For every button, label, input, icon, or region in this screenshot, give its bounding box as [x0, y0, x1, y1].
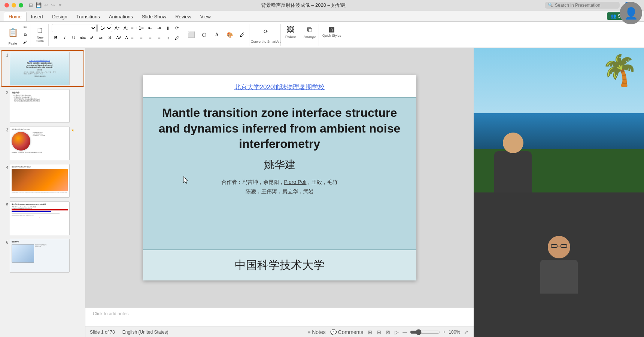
slide-canvas-wrapper[interactable]: 北京大学2020地球物理暑期学校 Mantle transition zone … — [85, 48, 474, 308]
slide-image-4[interactable]: 背景噪声的倍频道及产生机制 Longuet-Higgins, M. S. (19… — [10, 164, 70, 198]
search-input[interactable] — [555, 3, 615, 8]
tab-view[interactable]: View — [196, 12, 215, 21]
format-painter-button[interactable]: 🖌 — [22, 39, 28, 46]
align-left-button[interactable]: ≡ — [128, 34, 136, 42]
arrange-button[interactable]: ⬡ — [199, 27, 209, 42]
slide-thumbnail-2[interactable]: 2 报告内容 • 背景噪声于水波成像介绍 • 背景噪声反射体波成像方法 • 利用… — [1, 88, 83, 124]
slide-number-2: 2 — [2, 89, 8, 95]
dropdown-icon[interactable]: ▼ — [58, 2, 63, 8]
justify-button[interactable]: ≡ — [155, 34, 163, 42]
arrange-main-button[interactable]: ⧉ Arrange — [302, 24, 317, 40]
slideshow-button[interactable]: ▷ — [394, 328, 400, 336]
slide-main-section[interactable]: Mantle transition zone interface structu… — [143, 98, 416, 249]
copy-button[interactable]: ⧉ — [22, 31, 28, 38]
numbering-button[interactable]: 1≡ — [137, 24, 145, 32]
person2-body — [540, 260, 578, 294]
slide-info: Slide 1 of 78 — [90, 330, 115, 335]
thumb6-title: 背景噪声干 — [12, 241, 68, 243]
slide-thumbnail-6[interactable]: 6 背景噪声干 背景噪声干涉测量原理示例及应用 — [1, 238, 83, 273]
superscript-button[interactable]: x² — [88, 34, 96, 42]
comments-button[interactable]: 💬 Comments — [329, 328, 364, 336]
increase-indent-button[interactable]: ⇥ — [155, 24, 163, 32]
save-icon[interactable]: 💾 — [36, 2, 42, 8]
shapes-button[interactable]: ⬜ — [186, 27, 197, 42]
highlight-button[interactable]: 🖊 — [173, 34, 181, 42]
bold-button[interactable]: B — [52, 34, 60, 42]
font-size-select[interactable]: 14 — [97, 24, 112, 32]
line-spacing-button[interactable]: ↕ — [164, 34, 172, 42]
person1-container — [492, 133, 534, 192]
tab-design[interactable]: Design — [48, 12, 72, 21]
shadow-button[interactable]: S — [106, 34, 114, 42]
slide-thumbnail-4[interactable]: 4 背景噪声的倍频道及产生机制 Longuet-Higgins, M. S. (… — [1, 163, 83, 198]
tab-insert[interactable]: Insert — [27, 12, 48, 21]
slide-bottom-section[interactable]: 中国科学技术大学 — [143, 250, 416, 280]
fit-slide-button[interactable]: ⤢ — [463, 328, 469, 336]
strikethrough-button[interactable]: abc — [79, 34, 87, 42]
minimize-button[interactable] — [12, 3, 16, 7]
slide-image-6[interactable]: 背景噪声干 背景噪声干涉测量原理示例及应用 — [10, 239, 70, 273]
slide-image-2[interactable]: 报告内容 • 背景噪声于水波成像介绍 • 背景噪声反射体波成像方法 • 利用背景… — [10, 89, 70, 123]
notes-area[interactable]: Click to add notes — [85, 308, 474, 327]
slide-university-link[interactable]: 北京大学2020地球物理暑期学校 — [234, 84, 325, 91]
paste-button[interactable]: 📋 — [4, 24, 21, 41]
align-center-button[interactable]: ≡ — [137, 34, 145, 42]
video-top: 🌴 — [474, 48, 644, 192]
clipboard-group: 📋 Paste ✂ ⧉ 🖌 — [3, 24, 30, 46]
cut-button[interactable]: ✂ — [22, 24, 28, 31]
decrease-indent-button[interactable]: ⇤ — [146, 24, 154, 32]
redo-icon[interactable]: ↪ — [51, 2, 55, 8]
tab-review[interactable]: Review — [171, 12, 196, 21]
content-area: 北京大学2020地球物理暑期学校 Mantle transition zone … — [85, 48, 474, 337]
zoom-add-button[interactable]: + — [443, 330, 446, 335]
increase-font-button[interactable]: A↑ — [113, 24, 121, 32]
text-direction-button[interactable]: ⟳ — [173, 24, 181, 32]
paste-icon: 📋 — [8, 28, 18, 37]
tab-animations[interactable]: Animations — [104, 12, 137, 21]
slide-image-5[interactable]: 噪声子波谱 (Surface Wave Interferometry) 的来源 … — [10, 201, 70, 235]
normal-view-button[interactable]: ⊞ — [367, 328, 373, 336]
picture-icon: 🖼 — [287, 25, 294, 34]
subscript-button[interactable]: x₂ — [97, 34, 105, 42]
font-selector[interactable]: 14 A↑ A↓ Aa — [52, 24, 139, 32]
slide-canvas[interactable]: 北京大学2020地球物理暑期学校 Mantle transition zone … — [143, 75, 416, 280]
window-controls[interactable]: ⊟ 💾 ↩ ↪ ▼ — [4, 2, 63, 8]
quick-styles-button[interactable]: Ａ — [212, 27, 222, 42]
new-slide-button[interactable]: 🗋 New Slide — [33, 27, 47, 43]
picture-button[interactable]: 🖼 Picture — [284, 24, 297, 40]
bullets-button[interactable]: ≡ — [128, 24, 136, 32]
tab-slideshow[interactable]: Slide Show — [137, 12, 171, 21]
quick-styles-main-button[interactable]: 🅰 Quick Styles — [321, 24, 343, 40]
zoom-slider[interactable] — [410, 329, 440, 335]
thumb4-citation: Longuet-Higgins, M. S. (1950). A theory … — [12, 192, 68, 194]
slide-thumbnail-1[interactable]: 1 北京大学2020地球物理暑期学校 Mantle transition zon… — [1, 51, 83, 86]
tab-transitions[interactable]: Transitions — [72, 12, 104, 21]
slide-image-1[interactable]: 北京大学2020地球物理暑期学校 Mantle transition zone … — [10, 52, 70, 85]
share-icon: 👥 — [611, 13, 616, 19]
slide-thumbnail-5[interactable]: 5 噪声子波谱 (Surface Wave Interferometry) 的来… — [1, 201, 83, 236]
char-spacing-button[interactable]: AV — [115, 34, 123, 42]
thumb4-title: 背景噪声的倍频道及产生机制 — [12, 166, 68, 168]
slide-sorter-button[interactable]: ⊟ — [376, 328, 382, 336]
search-bar[interactable]: 🔍 — [545, 2, 620, 9]
video-bottom — [474, 192, 644, 337]
align-right-button[interactable]: ≡ — [146, 34, 154, 42]
undo-icon[interactable]: ↩ — [44, 2, 48, 8]
slide-thumbnail-3[interactable]: 3 背景噪声于子波反射波介绍 地球物理结构及构造地幔转换带速度结构背景噪声方法，… — [1, 126, 83, 161]
outline-button[interactable]: 🖊 — [237, 27, 247, 42]
person2-wrapper — [540, 236, 578, 294]
columns-button[interactable]: ⫿ — [164, 24, 172, 32]
notes-button[interactable]: ≡ Notes — [307, 328, 326, 336]
font-family-select[interactable] — [52, 24, 97, 32]
underline-button[interactable]: U — [70, 34, 78, 42]
slide-image-3[interactable]: 背景噪声于子波反射波介绍 地球物理结构及构造地幔转换带速度结构背景噪声方法，更详… — [10, 127, 70, 160]
coauthors-line1: 合作者：冯吉坤，余昆阳，Piero Poli，王毅，毛竹 — [154, 177, 405, 187]
italic-button[interactable]: I — [61, 34, 69, 42]
maximize-button[interactable] — [19, 3, 23, 7]
formatting-row: B I U abc x² x₂ S AV A▬ — [52, 34, 132, 42]
reading-view-button[interactable]: ⊠ — [385, 328, 391, 336]
close-button[interactable] — [4, 3, 9, 7]
fill-button[interactable]: 🎨 — [224, 27, 235, 42]
tab-home[interactable]: Home — [4, 12, 27, 21]
convert-smartart-button[interactable]: ⟳ — [259, 24, 273, 39]
